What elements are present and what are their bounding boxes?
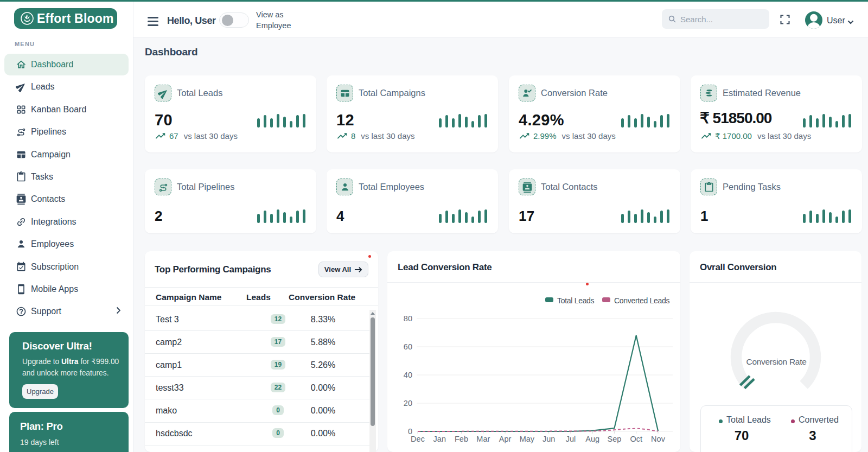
- svg-text:Jan: Jan: [433, 435, 446, 443]
- svg-text:Jun: Jun: [542, 435, 555, 443]
- svg-text:Feb: Feb: [455, 435, 468, 443]
- svg-text:Oct: Oct: [630, 435, 642, 443]
- svg-text:40: 40: [404, 371, 412, 379]
- svg-text:Aug: Aug: [585, 435, 599, 443]
- svg-text:Dec: Dec: [411, 435, 425, 443]
- svg-text:60: 60: [404, 342, 412, 351]
- svg-text:Conversion Rate: Conversion Rate: [746, 357, 807, 366]
- svg-text:Sep: Sep: [607, 435, 621, 443]
- svg-text:Total Leads: Total Leads: [557, 296, 595, 305]
- svg-text:Mar: Mar: [476, 435, 490, 443]
- svg-text:May: May: [520, 435, 535, 443]
- svg-text:Converted Leads: Converted Leads: [614, 296, 669, 305]
- svg-text:Jul: Jul: [566, 435, 576, 443]
- svg-text:20: 20: [404, 399, 412, 408]
- svg-text:Nov: Nov: [651, 435, 666, 443]
- svg-text:80: 80: [404, 314, 412, 323]
- svg-text:Apr: Apr: [499, 435, 512, 443]
